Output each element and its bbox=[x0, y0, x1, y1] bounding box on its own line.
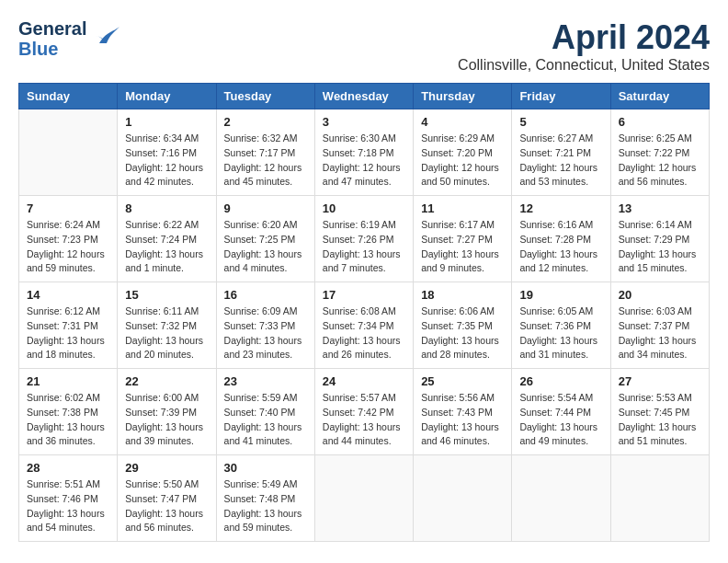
day-number: 19 bbox=[519, 288, 602, 302]
day-number: 10 bbox=[323, 201, 405, 215]
day-number: 20 bbox=[619, 288, 701, 302]
day-number: 9 bbox=[224, 201, 307, 215]
calendar-cell: 29Sunrise: 5:50 AMSunset: 7:47 PMDayligh… bbox=[118, 455, 216, 542]
day-info: Sunrise: 6:19 AMSunset: 7:26 PMDaylight:… bbox=[323, 218, 405, 276]
day-info: Sunrise: 5:59 AMSunset: 7:40 PMDaylight:… bbox=[224, 391, 307, 449]
day-info: Sunrise: 6:09 AMSunset: 7:33 PMDaylight:… bbox=[224, 304, 307, 362]
day-info: Sunrise: 6:14 AMSunset: 7:29 PMDaylight:… bbox=[619, 218, 701, 276]
day-number: 7 bbox=[27, 201, 109, 215]
calendar-cell: 26Sunrise: 5:54 AMSunset: 7:44 PMDayligh… bbox=[512, 369, 610, 455]
weekday-header-row: SundayMondayTuesdayWednesdayThursdayFrid… bbox=[19, 84, 710, 109]
day-info: Sunrise: 5:49 AMSunset: 7:48 PMDaylight:… bbox=[224, 477, 307, 535]
calendar-cell: 24Sunrise: 5:57 AMSunset: 7:42 PMDayligh… bbox=[314, 369, 413, 455]
calendar-cell bbox=[414, 455, 512, 542]
day-number: 12 bbox=[519, 201, 602, 215]
day-info: Sunrise: 6:24 AMSunset: 7:23 PMDaylight:… bbox=[27, 218, 109, 276]
calendar-cell: 13Sunrise: 6:14 AMSunset: 7:29 PMDayligh… bbox=[610, 196, 709, 282]
calendar-cell bbox=[314, 455, 413, 542]
day-number: 21 bbox=[27, 374, 109, 388]
weekday-header-tuesday: Tuesday bbox=[216, 84, 314, 109]
calendar-cell: 8Sunrise: 6:22 AMSunset: 7:24 PMDaylight… bbox=[118, 196, 216, 282]
day-number: 16 bbox=[224, 288, 307, 302]
day-info: Sunrise: 6:32 AMSunset: 7:17 PMDaylight:… bbox=[224, 132, 307, 190]
day-info: Sunrise: 6:03 AMSunset: 7:37 PMDaylight:… bbox=[619, 304, 701, 362]
calendar-cell: 20Sunrise: 6:03 AMSunset: 7:37 PMDayligh… bbox=[610, 282, 709, 369]
logo-general: General bbox=[18, 18, 86, 39]
calendar-cell: 2Sunrise: 6:32 AMSunset: 7:17 PMDaylight… bbox=[216, 109, 314, 196]
calendar-cell: 22Sunrise: 6:00 AMSunset: 7:39 PMDayligh… bbox=[118, 369, 216, 455]
calendar-cell: 5Sunrise: 6:27 AMSunset: 7:21 PMDaylight… bbox=[512, 109, 610, 196]
day-number: 2 bbox=[224, 115, 307, 129]
day-info: Sunrise: 6:00 AMSunset: 7:39 PMDaylight:… bbox=[125, 391, 208, 449]
calendar-cell: 1Sunrise: 6:34 AMSunset: 7:16 PMDaylight… bbox=[118, 109, 216, 196]
day-info: Sunrise: 6:30 AMSunset: 7:18 PMDaylight:… bbox=[323, 132, 405, 190]
calendar-cell: 14Sunrise: 6:12 AMSunset: 7:31 PMDayligh… bbox=[19, 282, 118, 369]
day-info: Sunrise: 6:34 AMSunset: 7:16 PMDaylight:… bbox=[125, 132, 208, 190]
day-number: 6 bbox=[619, 115, 701, 129]
week-row-3: 14Sunrise: 6:12 AMSunset: 7:31 PMDayligh… bbox=[19, 282, 710, 369]
weekday-header-thursday: Thursday bbox=[414, 84, 512, 109]
calendar-cell bbox=[512, 455, 610, 542]
day-info: Sunrise: 6:02 AMSunset: 7:38 PMDaylight:… bbox=[27, 391, 109, 449]
calendar-cell: 9Sunrise: 6:20 AMSunset: 7:25 PMDaylight… bbox=[216, 196, 314, 282]
day-info: Sunrise: 6:05 AMSunset: 7:36 PMDaylight:… bbox=[519, 304, 602, 362]
day-info: Sunrise: 6:22 AMSunset: 7:24 PMDaylight:… bbox=[125, 218, 208, 276]
day-info: Sunrise: 6:11 AMSunset: 7:32 PMDaylight:… bbox=[125, 304, 208, 362]
calendar-cell: 17Sunrise: 6:08 AMSunset: 7:34 PMDayligh… bbox=[314, 282, 413, 369]
day-info: Sunrise: 6:20 AMSunset: 7:25 PMDaylight:… bbox=[224, 218, 307, 276]
weekday-header-saturday: Saturday bbox=[610, 84, 709, 109]
day-number: 24 bbox=[323, 374, 405, 388]
calendar-cell: 7Sunrise: 6:24 AMSunset: 7:23 PMDaylight… bbox=[19, 196, 118, 282]
title-area: April 2024 Collinsville, Connecticut, Un… bbox=[458, 18, 710, 74]
day-number: 28 bbox=[27, 461, 109, 475]
day-number: 22 bbox=[125, 374, 208, 388]
day-number: 1 bbox=[125, 115, 208, 129]
calendar-cell: 25Sunrise: 5:56 AMSunset: 7:43 PMDayligh… bbox=[414, 369, 512, 455]
location-title: Collinsville, Connecticut, United States bbox=[458, 57, 710, 74]
page-header: General Blue April 2024 Collinsville, Co… bbox=[18, 18, 710, 74]
month-title: April 2024 bbox=[458, 18, 710, 57]
weekday-header-sunday: Sunday bbox=[19, 84, 118, 109]
day-info: Sunrise: 5:50 AMSunset: 7:47 PMDaylight:… bbox=[125, 477, 208, 535]
day-number: 14 bbox=[27, 288, 109, 302]
logo: General Blue bbox=[18, 18, 121, 59]
week-row-4: 21Sunrise: 6:02 AMSunset: 7:38 PMDayligh… bbox=[19, 369, 710, 455]
calendar-cell: 12Sunrise: 6:16 AMSunset: 7:28 PMDayligh… bbox=[512, 196, 610, 282]
day-number: 8 bbox=[125, 201, 208, 215]
day-number: 23 bbox=[224, 374, 307, 388]
weekday-header-friday: Friday bbox=[512, 84, 610, 109]
day-info: Sunrise: 6:06 AMSunset: 7:35 PMDaylight:… bbox=[421, 304, 504, 362]
day-info: Sunrise: 6:16 AMSunset: 7:28 PMDaylight:… bbox=[519, 218, 602, 276]
calendar-cell: 15Sunrise: 6:11 AMSunset: 7:32 PMDayligh… bbox=[118, 282, 216, 369]
day-info: Sunrise: 6:08 AMSunset: 7:34 PMDaylight:… bbox=[323, 304, 405, 362]
day-info: Sunrise: 5:51 AMSunset: 7:46 PMDaylight:… bbox=[27, 477, 109, 535]
calendar-cell bbox=[19, 109, 118, 196]
day-number: 3 bbox=[323, 115, 405, 129]
day-number: 26 bbox=[519, 374, 602, 388]
calendar-cell: 30Sunrise: 5:49 AMSunset: 7:48 PMDayligh… bbox=[216, 455, 314, 542]
day-info: Sunrise: 6:17 AMSunset: 7:27 PMDaylight:… bbox=[421, 218, 504, 276]
day-info: Sunrise: 5:57 AMSunset: 7:42 PMDaylight:… bbox=[323, 391, 405, 449]
calendar-cell: 11Sunrise: 6:17 AMSunset: 7:27 PMDayligh… bbox=[414, 196, 512, 282]
week-row-5: 28Sunrise: 5:51 AMSunset: 7:46 PMDayligh… bbox=[19, 455, 710, 542]
calendar-cell: 28Sunrise: 5:51 AMSunset: 7:46 PMDayligh… bbox=[19, 455, 118, 542]
day-info: Sunrise: 6:27 AMSunset: 7:21 PMDaylight:… bbox=[519, 132, 602, 190]
calendar-cell: 19Sunrise: 6:05 AMSunset: 7:36 PMDayligh… bbox=[512, 282, 610, 369]
day-number: 27 bbox=[619, 374, 701, 388]
day-number: 29 bbox=[125, 461, 208, 475]
day-info: Sunrise: 6:25 AMSunset: 7:22 PMDaylight:… bbox=[619, 132, 701, 190]
day-info: Sunrise: 5:56 AMSunset: 7:43 PMDaylight:… bbox=[421, 391, 504, 449]
calendar-cell: 16Sunrise: 6:09 AMSunset: 7:33 PMDayligh… bbox=[216, 282, 314, 369]
logo-blue: Blue bbox=[18, 39, 86, 59]
weekday-header-monday: Monday bbox=[118, 84, 216, 109]
calendar-table: SundayMondayTuesdayWednesdayThursdayFrid… bbox=[18, 83, 710, 542]
weekday-header-wednesday: Wednesday bbox=[314, 84, 413, 109]
calendar-cell: 23Sunrise: 5:59 AMSunset: 7:40 PMDayligh… bbox=[216, 369, 314, 455]
calendar-cell: 18Sunrise: 6:06 AMSunset: 7:35 PMDayligh… bbox=[414, 282, 512, 369]
week-row-1: 1Sunrise: 6:34 AMSunset: 7:16 PMDaylight… bbox=[19, 109, 710, 196]
day-number: 11 bbox=[421, 201, 504, 215]
calendar-cell: 27Sunrise: 5:53 AMSunset: 7:45 PMDayligh… bbox=[610, 369, 709, 455]
day-number: 5 bbox=[519, 115, 602, 129]
day-number: 13 bbox=[619, 201, 701, 215]
day-number: 4 bbox=[421, 115, 504, 129]
